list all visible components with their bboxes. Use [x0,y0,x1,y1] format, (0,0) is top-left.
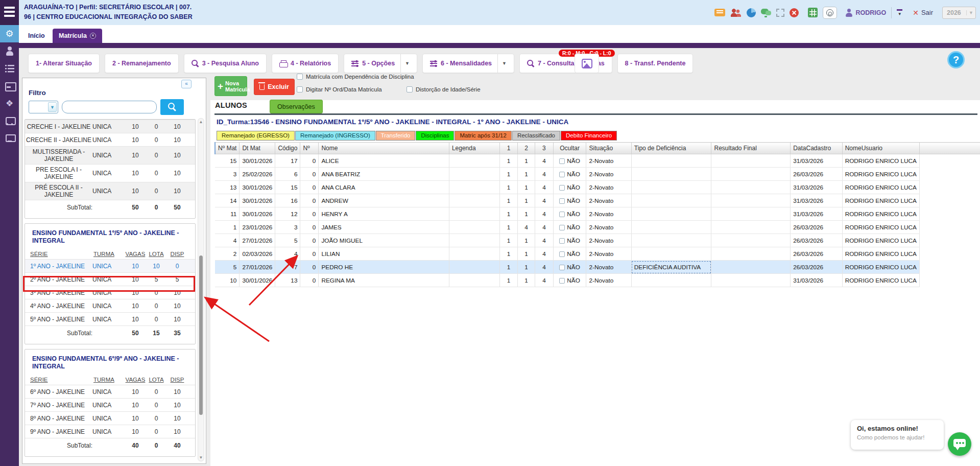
tab-inicio[interactable]: Início [22,29,51,43]
student-row[interactable]: 1330/01/2026150ANA CLARA114NÃO2-Novato31… [215,181,980,194]
checkbox-distorcao[interactable]: Distorção de Idade/Série [407,86,481,92]
checkbox-icon[interactable] [559,198,565,204]
student-row[interactable]: 1430/01/2026160ANDREW114NÃO2-Novato31/03… [215,194,980,207]
student-row[interactable]: 123/01/202630JAMES144NÃO2-Novato26/03/20… [215,221,980,234]
list-icon[interactable] [0,60,19,77]
turma-row[interactable]: CRECHE I - JAKELINEUNICA10010 [25,120,195,133]
close-icon[interactable]: ✕ [90,33,96,39]
search-button[interactable] [160,99,184,115]
bus-icon[interactable] [0,112,19,129]
card-icon[interactable] [714,9,725,16]
student-row[interactable]: 202/03/202640LILIAN114NÃO2-Novato26/03/2… [215,247,980,261]
legend-chip[interactable]: Remanejado (INGRESSO) [295,131,375,141]
legend-chip[interactable]: Transferido [376,131,416,141]
students-column-header[interactable]: Resultado Final [711,143,791,154]
panel-scrollbar[interactable]: ▲ ▼ [198,118,204,461]
pie-chart-icon[interactable] [747,8,756,17]
turma-row[interactable]: 6º ANO - JAKELINEUNICA10010 [25,385,195,398]
turma-row[interactable]: PRÉ ESCOLA II - JAKELINEUNICA10010 [25,182,195,200]
checkbox-icon[interactable] [297,74,303,80]
legend-chip[interactable]: Reclassificado [512,131,560,141]
students-column-header[interactable]: NomeUsuario [842,143,919,154]
help-button[interactable]: ? [947,51,965,68]
excluir-button[interactable]: Excluir [254,79,295,95]
nova-matricula-button[interactable]: + Nova Matricula [214,76,247,96]
turma-row[interactable]: 3º ANO - JAKELINEUNICA10010 [25,286,195,299]
toolbar-button[interactable]: 8 - Transf. Pendente [617,54,694,73]
chat-launcher-button[interactable] [948,432,971,456]
tab-matricula[interactable]: Matrícula ✕ [53,29,102,43]
dropdown-caret[interactable]: ▼ [497,54,507,73]
table-icon[interactable] [808,8,818,17]
toolbar-button[interactable]: 3 - Pesquisa Aluno [184,54,267,73]
toolbar-button[interactable]: 6 - Mensalidades▼ [422,54,514,73]
whatsapp-icon[interactable] [823,7,837,19]
fullscreen-icon[interactable] [776,9,784,17]
toolbar-button[interactable]: 2 - Remanejamento [105,54,179,73]
observacoes-button[interactable]: Observações [270,100,323,113]
collapse-panel-button[interactable]: « [181,80,192,88]
turma-row[interactable]: 8º ANO - JAKELINEUNICA10010 [25,411,195,425]
students-column-header[interactable]: Tipo de Deficiência [631,143,711,154]
students-column-header[interactable]: Ocultar [553,143,586,154]
year-select[interactable]: 2026 ▼ [942,7,976,19]
students-column-header[interactable]: Nº Mat [215,143,240,154]
legend-chip[interactable]: Remanejado (EGRESSO) [217,131,295,141]
student-row[interactable]: 1130/01/2026120HENRY A114NÃO2-Novato31/0… [215,207,980,221]
monitor-icon[interactable] [0,129,19,147]
checkbox-icon[interactable] [559,185,565,191]
legend-chip[interactable]: Debito Financeiro [561,131,617,141]
turma-row[interactable]: PRE ESCOLA I - JAKELINEUNICA10010 [25,164,195,182]
filter-input[interactable] [62,101,157,113]
toolbar-button[interactable]: 5 - Opções▼ [344,54,417,73]
students-column-header[interactable]: 1 [500,143,518,154]
checkbox-digitar-ord[interactable]: Digitar Nº Ord/Data Matricula [297,86,382,92]
checkbox-icon[interactable] [559,212,565,217]
checkbox-icon[interactable] [559,158,565,164]
logout-button[interactable]: ✕ Sair [913,9,933,17]
legend-chip[interactable]: Disciplinas [416,131,454,141]
students-column-header[interactable]: Situação [586,143,631,154]
turma-row[interactable]: 9º ANO - JAKELINEUNICA10010 [25,425,195,438]
user-menu[interactable]: RODRIGO [845,9,886,17]
close-circle-icon[interactable] [790,8,799,17]
checkbox-icon[interactable] [559,265,565,270]
scrollbar-thumb[interactable] [199,255,203,415]
students-column-header[interactable]: DataCadastro [791,143,843,154]
filter-type-select[interactable]: ▼ [29,101,58,113]
student-row[interactable]: 1030/01/2026130REGINA MA114NÃO2-Novato31… [215,274,980,287]
checkbox-icon[interactable] [559,251,565,257]
students-column-header[interactable]: Nome [319,143,449,154]
checkbox-icon[interactable] [559,172,565,177]
student-row[interactable]: 325/02/202660ANA BEATRIZ114NÃO2-Novato26… [215,168,980,181]
chart-image-button[interactable] [575,54,599,73]
turma-row[interactable]: CRECHE II - JAKELINEUNICA10010 [25,133,195,146]
users-icon[interactable] [730,8,742,17]
menu-icon[interactable] [0,0,19,25]
person-icon[interactable] [0,42,19,60]
student-row[interactable]: 427/01/202650JOÃO MIGUEL114NÃO2-Novato26… [215,234,980,247]
toolbar-button[interactable]: 1- Alterar Situação [28,54,100,73]
checkbox-dependencia[interactable]: Matrícula com Dependência de Disciplina [297,74,414,80]
user-dropdown-caret[interactable]: ▼ [891,7,904,18]
toolbar-button[interactable]: 4 - Relatórios [272,54,339,73]
checkbox-icon[interactable] [407,86,413,92]
scroll-up-icon[interactable]: ▲ [198,120,204,124]
turma-row[interactable]: MULTISSERIADA - JAKELINEUNICA10010 [25,146,195,164]
box-icon[interactable]: ❖ [0,95,19,112]
turma-row[interactable]: 4º ANO - JAKELINEUNICA10010 [25,299,195,312]
turma-row[interactable]: 1º ANO - JAKELINEUNICA10100 [25,259,195,272]
checkbox-icon[interactable] [559,225,565,230]
gears-icon[interactable]: ⚙ [0,25,19,42]
checkbox-icon[interactable] [297,86,303,92]
card-icon[interactable] [0,77,19,95]
students-column-header[interactable]: Dt Mat [240,143,275,154]
dropdown-caret[interactable]: ▼ [400,54,410,73]
students-column-header[interactable]: 2 [517,143,535,154]
legend-chip[interactable]: Matric após 31/12 [455,131,511,141]
students-column-header[interactable]: Nº [300,143,319,154]
students-column-header[interactable]: 3 [535,143,553,154]
students-column-header[interactable]: Legenda [449,143,499,154]
student-row[interactable]: 527/01/202670PEDRO HE114NÃO2-NovatoDEFIC… [215,261,980,274]
turma-row[interactable]: 5º ANO - JAKELINEUNICA10010 [25,312,195,325]
